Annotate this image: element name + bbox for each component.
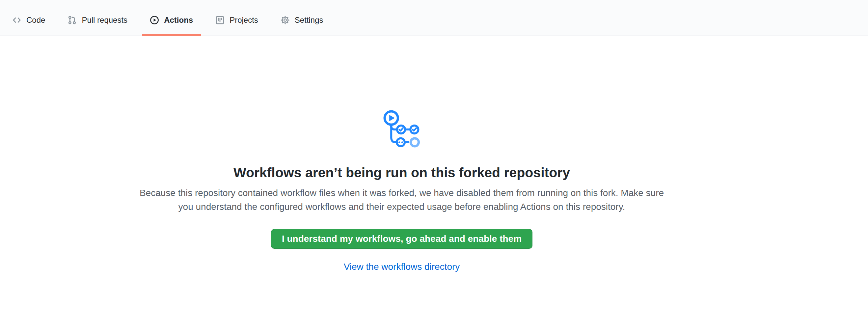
tab-label: Pull requests — [82, 15, 127, 25]
git-pull-request-icon — [67, 15, 77, 25]
view-workflows-directory-link[interactable]: View the workflows directory — [344, 261, 460, 272]
blankslate-heading: Workflows aren’t being run on this forke… — [234, 165, 570, 181]
tab-code[interactable]: Code — [4, 0, 53, 36]
tab-label: Settings — [295, 15, 323, 25]
workflow-illustration-icon — [383, 110, 420, 148]
repo-tab-bar: Code Pull requests — [0, 0, 868, 36]
gear-icon — [281, 15, 290, 25]
tab-label: Code — [26, 15, 45, 25]
tab-label: Projects — [229, 15, 258, 25]
tab-pull-requests[interactable]: Pull requests — [60, 0, 135, 36]
play-icon — [150, 15, 159, 25]
enable-workflows-button[interactable]: I understand my workflows, go ahead and … — [271, 229, 532, 249]
repo-tabs: Code Pull requests — [4, 0, 338, 36]
code-icon — [12, 15, 22, 25]
tab-label: Actions — [164, 15, 193, 25]
project-icon — [215, 15, 224, 25]
tab-projects[interactable]: Projects — [208, 0, 266, 36]
tab-settings[interactable]: Settings — [273, 0, 331, 36]
actions-disabled-blankslate: Workflows aren’t being run on this forke… — [0, 36, 803, 272]
blankslate-description: Because this repository contained workfl… — [132, 186, 672, 214]
tab-actions[interactable]: Actions — [142, 0, 201, 36]
